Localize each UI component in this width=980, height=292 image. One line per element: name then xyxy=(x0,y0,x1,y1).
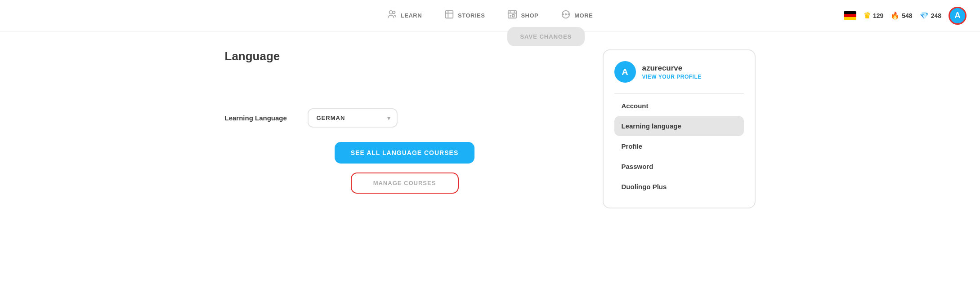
sidebar-item-profile[interactable]: Profile xyxy=(614,136,744,156)
profile-header: A azurecurve VIEW YOUR PROFILE xyxy=(614,61,744,83)
svg-rect-2 xyxy=(446,11,453,18)
stat-fire: 🔥 548 xyxy=(891,11,912,20)
profile-avatar: A xyxy=(614,61,636,83)
stat-crown: ♛ 129 xyxy=(864,11,883,21)
svg-point-0 xyxy=(389,11,392,14)
svg-point-6 xyxy=(565,14,567,15)
sidebar-item-duolingo-plus[interactable]: Duolingo Plus xyxy=(614,177,744,197)
menu-divider-top xyxy=(614,93,744,94)
page-title: Language xyxy=(225,49,280,63)
profile-info: azurecurve VIEW YOUR PROFILE xyxy=(642,64,702,80)
navbar: LEARN STORIES SHOP MORE xyxy=(0,0,980,31)
avatar: A xyxy=(950,8,965,23)
form-label: Learning Language xyxy=(225,114,297,122)
nav-more[interactable]: MORE xyxy=(561,9,593,22)
nav-learn-label: LEARN xyxy=(401,12,422,19)
nav-more-label: MORE xyxy=(574,12,593,19)
button-group: SEE ALL LANGUAGE COURSES MANAGE COURSES xyxy=(225,142,585,194)
gem-icon: 💎 xyxy=(920,11,929,20)
sidebar-item-account[interactable]: Account xyxy=(614,96,744,116)
left-panel: Language SAVE CHANGES Learning Language … xyxy=(225,49,585,208)
shop-icon xyxy=(507,9,517,22)
language-select[interactable]: GERMAN SPANISH FRENCH JAPANESE PORTUGUES… xyxy=(308,108,398,128)
select-wrapper: GERMAN SPANISH FRENCH JAPANESE PORTUGUES… xyxy=(308,108,398,128)
see-all-courses-button[interactable]: SEE ALL LANGUAGE COURSES xyxy=(335,142,474,164)
fire-count: 548 xyxy=(902,12,912,19)
nav-right: ♛ 129 🔥 548 💎 248 A xyxy=(844,7,967,25)
nav-stories-label: STORIES xyxy=(458,12,485,19)
flag-german[interactable] xyxy=(844,11,856,20)
fire-icon: 🔥 xyxy=(891,11,899,20)
svg-rect-4 xyxy=(512,14,515,17)
avatar-button[interactable]: A xyxy=(949,7,967,25)
sidebar-item-password[interactable]: Password xyxy=(614,156,744,177)
form-row: Learning Language GERMAN SPANISH FRENCH … xyxy=(225,108,585,128)
view-profile-link[interactable]: VIEW YOUR PROFILE xyxy=(642,74,702,80)
more-icon xyxy=(561,9,571,22)
gem-count: 248 xyxy=(931,12,941,19)
crown-count: 129 xyxy=(873,12,883,19)
nav-shop[interactable]: SHOP xyxy=(507,9,538,22)
crown-icon: ♛ xyxy=(864,11,871,21)
profile-username: azurecurve xyxy=(642,64,702,73)
sidebar-item-learning-language[interactable]: Learning language xyxy=(614,116,744,136)
nav-learn[interactable]: LEARN xyxy=(387,9,422,22)
main-content: Language SAVE CHANGES Learning Language … xyxy=(198,31,783,226)
stories-icon xyxy=(444,9,454,22)
right-panel: A azurecurve VIEW YOUR PROFILE Account L… xyxy=(603,49,756,208)
manage-courses-button[interactable]: MANAGE COURSES xyxy=(351,173,459,194)
nav-shop-label: SHOP xyxy=(521,12,538,19)
nav-stories[interactable]: STORIES xyxy=(444,9,485,22)
learn-icon xyxy=(387,9,397,22)
stat-gem: 💎 248 xyxy=(920,11,941,20)
svg-point-1 xyxy=(393,11,395,14)
